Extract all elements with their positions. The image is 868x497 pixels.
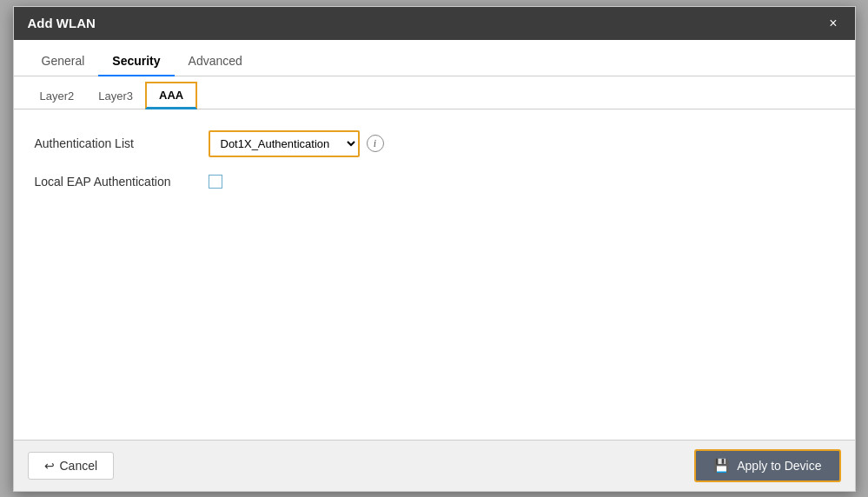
- undo-icon: ↩: [44, 459, 55, 473]
- close-button[interactable]: ×: [825, 16, 840, 31]
- eap-checkbox[interactable]: [209, 175, 222, 189]
- auth-list-row: Authentication List Dot1X_Authentication…: [35, 130, 834, 157]
- info-icon[interactable]: i: [367, 135, 384, 152]
- dialog-title: Add WLAN: [28, 16, 96, 30]
- sub-tab-layer3[interactable]: Layer3: [86, 84, 145, 109]
- dialog-body: General Security Advanced Layer2 Layer3 …: [14, 40, 855, 440]
- eap-label: Local EAP Authentication: [35, 175, 209, 189]
- dialog-header: Add WLAN ×: [14, 7, 855, 40]
- content-area: Authentication List Dot1X_Authentication…: [14, 109, 855, 440]
- sub-tab-layer2[interactable]: Layer2: [28, 84, 87, 109]
- auth-list-label: Authentication List: [35, 136, 209, 150]
- sub-tab-aaa[interactable]: AAA: [145, 82, 197, 109]
- auth-list-select-wrapper: Dot1X_Authentication default-list None: [209, 130, 360, 157]
- eap-row: Local EAP Authentication: [35, 175, 834, 189]
- cancel-button[interactable]: ↩ Cancel: [28, 452, 115, 480]
- tab-security[interactable]: Security: [98, 47, 174, 76]
- tab-advanced[interactable]: Advanced: [175, 47, 256, 76]
- auth-list-select[interactable]: Dot1X_Authentication default-list None: [210, 132, 358, 156]
- tab-general[interactable]: General: [28, 47, 99, 76]
- sub-tabs: Layer2 Layer3 AAA: [14, 76, 855, 109]
- apply-label: Apply to Device: [737, 459, 821, 473]
- eap-checkbox-wrapper: [209, 175, 222, 189]
- top-tabs: General Security Advanced: [14, 40, 855, 76]
- cancel-label: Cancel: [60, 459, 98, 473]
- save-icon: 💾: [713, 458, 730, 474]
- dialog-footer: ↩ Cancel 💾 Apply to Device: [14, 440, 855, 491]
- add-wlan-dialog: Add WLAN × General Security Advanced Lay…: [13, 6, 856, 492]
- apply-button[interactable]: 💾 Apply to Device: [694, 449, 840, 482]
